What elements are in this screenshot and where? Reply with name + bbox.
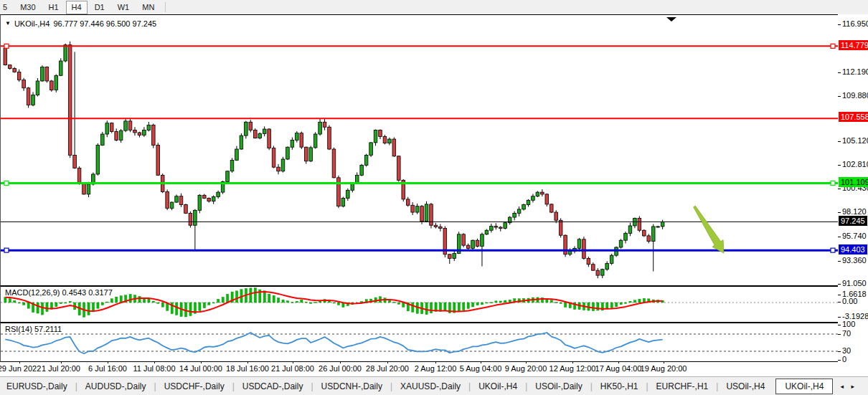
- candlestick-chart: [1, 15, 838, 285]
- timeframe-button-mn[interactable]: MN: [136, 1, 160, 14]
- chart-tab-usdcad-daily[interactable]: USDCAD-,Daily: [236, 379, 310, 394]
- macd-bar: [615, 303, 618, 307]
- price-chart-pane[interactable]: ▼ UKOil-,H4 96.777 97.446 96.500 97.245: [0, 14, 838, 286]
- chart-tab-usoil-daily[interactable]: USOil-,Daily: [529, 379, 588, 394]
- chart-tab-audusd-daily[interactable]: AUDUSD-,Daily: [79, 379, 153, 394]
- date-tick-mark: [664, 361, 664, 363]
- macd-bar: [425, 303, 428, 315]
- axis-tick-label: 0.00: [838, 297, 857, 305]
- date-axis[interactable]: 29 Jun 20221 Jul 20:006 Jul 16:0011 Jul …: [0, 361, 837, 376]
- chart-tab-usoil-h4[interactable]: USOil-,H4: [720, 379, 771, 394]
- macd-bar: [490, 303, 492, 303]
- macd-bar: [444, 303, 446, 310]
- macd-bar: [46, 303, 48, 312]
- macd-bar: [23, 303, 25, 305]
- macd-bar: [69, 301, 71, 303]
- chart-tab-usdchf-daily[interactable]: USDCHF-,Daily: [158, 379, 231, 394]
- date-tick-label: 9 Aug 20:00: [505, 364, 547, 373]
- chart-tab-bar: EURUSD-,Daily|AUDUSD-,Daily|USDCHF-,Dail…: [0, 376, 868, 395]
- macd-bar: [550, 300, 552, 303]
- candle-body: [212, 196, 215, 201]
- date-tick-label: 28 Jul 20:00: [366, 364, 409, 373]
- macd-bar: [397, 303, 400, 304]
- candle-body: [175, 196, 179, 202]
- candle-body: [527, 200, 530, 204]
- chart-tab-eurusd-daily[interactable]: EURUSD-,Daily: [0, 379, 74, 394]
- axis-tick-mark: [838, 141, 841, 142]
- macd-bar: [291, 302, 293, 303]
- candle-body: [119, 130, 123, 140]
- candle-body: [592, 265, 595, 270]
- chart-tab-ukoil-h4[interactable]: UKOil-,H4: [472, 379, 524, 394]
- timeframe-button-h1[interactable]: H1: [43, 1, 65, 14]
- rsi-pane[interactable]: RSI(14) 57.2111: [0, 323, 838, 362]
- chart-tab-usdcnh-daily[interactable]: USDCNH-,Daily: [315, 379, 389, 394]
- candle-body: [536, 192, 539, 196]
- candle-body: [230, 160, 234, 171]
- candle-body: [439, 227, 443, 228]
- chart-tab-eurchf-h1[interactable]: EURCHF-,H1: [650, 379, 715, 394]
- macd-pane[interactable]: MACD(12,26,9) 0.4543 0.3177: [0, 286, 838, 323]
- date-tick-mark: [387, 361, 388, 363]
- tab-separator: |: [525, 381, 527, 391]
- candle-body: [50, 81, 54, 90]
- macd-bar: [18, 303, 20, 303]
- tab-scroll-arrows[interactable]: ◂ ▸: [840, 383, 857, 390]
- macd-bar: [481, 303, 483, 305]
- axis-tick-mark: [838, 237, 841, 237]
- candle-body: [82, 184, 86, 194]
- macd-bar: [472, 303, 474, 307]
- date-tick-mark: [201, 361, 202, 363]
- timeframe-button-d1[interactable]: D1: [89, 1, 110, 14]
- date-tick-mark: [247, 361, 248, 363]
- tab-separator: |: [311, 381, 313, 391]
- timeframe-button-w1[interactable]: W1: [112, 1, 136, 14]
- price-axis[interactable]: 116.950112.190109.880105.120102.810100.4…: [838, 14, 868, 361]
- macd-bar: [610, 303, 613, 308]
- candle-body: [96, 145, 100, 174]
- macd-bar: [217, 299, 220, 303]
- macd-bar: [222, 297, 224, 303]
- chart-tab-xauusd-daily[interactable]: XAUUSD-,Daily: [394, 379, 467, 394]
- candle-body: [323, 122, 326, 127]
- macd-bar: [208, 303, 210, 305]
- candle-body: [462, 234, 466, 245]
- candle-body: [124, 121, 128, 130]
- candle-body: [568, 252, 572, 254]
- date-tick-label: 18 Jul 16:00: [226, 364, 269, 373]
- macd-bar: [9, 299, 11, 303]
- macd-bar: [176, 303, 178, 315]
- macd-bar: [633, 300, 636, 303]
- candle-body: [471, 240, 475, 248]
- date-tick-label: 26 Jul 00:00: [319, 364, 362, 373]
- chart-tab-active-ukoil-h4[interactable]: UKOil-,H4: [775, 379, 833, 394]
- candle-body: [647, 236, 651, 242]
- candle-body: [268, 129, 271, 148]
- annotation-arrow-icon: [694, 206, 724, 253]
- macd-bar: [120, 296, 122, 303]
- macd-bar: [273, 295, 275, 303]
- chart-tab-hk50-h1[interactable]: HK50-,H1: [594, 379, 645, 394]
- candle-body: [661, 222, 664, 227]
- macd-bar: [235, 291, 237, 303]
- macd-bar: [504, 300, 506, 303]
- macd-bar: [638, 299, 641, 303]
- chart-dropdown-icon[interactable]: ▼: [5, 21, 11, 27]
- macd-bar: [597, 303, 599, 310]
- candle-body: [434, 225, 438, 227]
- macd-bar: [555, 303, 557, 303]
- macd-bar: [499, 301, 501, 303]
- timeframe-button-h4[interactable]: H4: [66, 1, 88, 14]
- macd-bar: [278, 298, 280, 303]
- candle-body: [194, 210, 197, 225]
- rsi-chart: [1, 323, 838, 361]
- macd-bar: [495, 301, 497, 303]
- candle-body: [490, 227, 494, 231]
- candle-body: [235, 149, 239, 160]
- axis-tick-label: 0: [838, 355, 846, 363]
- timeframe-button-m30[interactable]: M30: [14, 1, 41, 14]
- line-handle: [831, 248, 835, 252]
- axis-tick-mark: [838, 261, 841, 262]
- timeframe-button-5[interactable]: 5: [0, 1, 13, 14]
- candle-body: [453, 253, 456, 258]
